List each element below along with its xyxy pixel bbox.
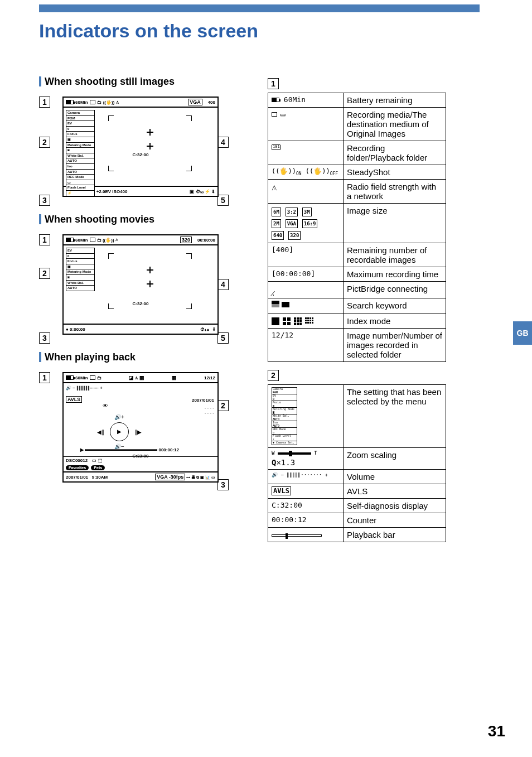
t1r3d: SteadyShot [344,165,446,180]
t1r9d: Search keyword [344,298,446,314]
t1r11i: 12/12 [268,329,344,362]
svg-rect-3 [272,317,279,325]
pb-filename-row: DSC00012 ▭ ⬚ [64,457,217,464]
t2r6d: Playback bar [344,527,446,542]
callout-3: 3 [39,195,50,206]
svg-rect-12 [297,320,299,322]
still-screen: 60Min 🗀 ((🖐)) ⟑ VGA 400 Camera PGM EV 0 … [62,97,219,197]
movie-bottom-bar: ● 0:00:00 ⏱₁₀ ⬇ [64,324,217,334]
t1r0i: 60Min [284,95,306,104]
t1r7d: Maximum recording time [344,267,446,282]
callout-4: 4 [217,137,229,148]
media-icon-p [90,375,95,380]
still-bottom-icons: ▣ ⏱₁₀ ⚡ ⬇ [190,189,215,194]
svg-rect-8 [294,317,296,320]
legend-table-1: 60Min Battery remaining ▭ Recording medi… [268,93,446,362]
playback-diagram: 1 2 3 60Min 🗀 ◪ ⟑ ▦ ▦ 12/12 🔊 − ∥∥∥∥∥∥··… [39,372,229,483]
index-icons [268,314,344,329]
lbl-ev: EV [66,120,95,126]
still-side-panel: Camera PGM EV 0 Focus ▣ Metering Mode ◙ … [66,110,95,196]
pb-right-info: 2007/01/01 - - - - - - - - [192,398,214,415]
svg-rect-9 [297,317,299,320]
callout-2-p: 2 [217,400,229,411]
steady-icon: ((🖐)) [103,100,115,105]
t1r7i: [00:00:00] [268,267,344,282]
callout-2-m: 2 [39,268,50,279]
media-icon-m [90,238,95,242]
subheading-still: When shooting still images [39,76,229,88]
t2r5d: Counter [344,513,446,527]
val-rec: ▭ [66,180,95,185]
left-column: When shooting still images 1 2 3 4 5 60M… [39,76,229,499]
pb-controls: 🔊+ ◀∥ ▶ ∥▶ 🔊− [97,414,142,450]
callout-3-p: 3 [217,479,229,490]
pb-icons-mid: ◪ ⟑ ▦ [129,375,144,380]
movie-center: C:32:00 [133,301,149,306]
pb-date: 2007/01/01 [192,398,214,403]
right-column: 1 60Min Battery remaining ▭ Recording me… [268,78,446,550]
callout-5-m: 5 [217,332,229,344]
svg-rect-7 [287,322,291,325]
pictbridge-icon: ⁁ [268,282,344,298]
tag-favorites: Favorites [66,465,89,470]
movie-bottom-icons: ⏱₁₀ ⬇ [200,327,215,332]
subheading-movie: When shooting movies [39,214,229,225]
t2r1d: Zoom scaling [344,447,446,469]
svg-rect-11 [294,320,296,322]
avls-box: AVLS [66,396,82,403]
t1r2d: Recording folder/Playback folder [344,141,446,165]
lbl-flash: Flash Level [66,185,95,190]
svg-rect-18 [307,317,309,319]
t1r4d: Radio field strength with a network [344,180,446,204]
svg-rect-10 [299,317,302,320]
battery-icon-m [66,238,74,242]
lbl-focus: Focus [66,131,95,137]
mlbl-met: Metering Mode [66,269,95,274]
svg-rect-14 [294,323,296,325]
svg-rect-4 [283,317,286,321]
t2r4i: C:32:00 [268,498,344,513]
svg-rect-27 [309,322,311,324]
tag-pets: Pets [91,465,105,470]
focus-frame [108,115,192,171]
pb-count: 12/12 [204,375,215,380]
subheading-playback: When playing back [39,351,229,363]
batt-time: 60Min [75,100,88,105]
svg-rect-17 [305,317,307,319]
radio-icon: ⟑ [116,99,119,105]
movie-side-panel: EV 0 Focus ▣ Metering Mode ◙ White Bal. … [66,248,95,291]
t1r0d: Battery remaining [344,93,446,108]
svg-rect-6 [283,322,286,325]
folder-icon: 🗀 [97,100,101,105]
pb-btime: 9:30AM [92,475,108,480]
zoom-val: ×1.3 [276,458,295,467]
svg-rect-1 [282,302,289,307]
svg-rect-24 [312,320,313,321]
t1r1d: Recording media/The destination medium o… [344,108,446,141]
t2r4d: Self-diagnosis display [344,498,446,513]
still-top-bar: 60Min 🗀 ((🖐)) ⟑ VGA 400 [64,98,217,108]
volume-icon-cell: 🔊 − ∥∥∥∥∥······· + [268,469,344,484]
svg-rect-23 [309,320,311,321]
svg-rect-16 [299,323,302,325]
mlbl-ev: EV [66,248,95,253]
pb-bdate: 2007/01/01 [66,475,88,480]
val-wb: AUTO [66,158,95,163]
movie-top-bar: 60Min 🗀 ((🖐)) ⟑ 320 00:00:00 [64,235,217,245]
t2r5i: 00:00:12 [268,513,344,527]
t2r2d: Volume [344,469,446,484]
playback-screen: 60Min 🗀 ◪ ⟑ ▦ ▦ 12/12 🔊 − ∥∥∥∥∥∥······· … [62,372,219,483]
still-diagram: 1 2 3 4 5 60Min 🗀 ((🖐)) ⟑ VGA 400 Camera… [39,97,229,197]
folder-icon [272,144,280,150]
media-icon [90,100,95,104]
mode-320: 320 [180,237,192,243]
t1r10d: Index mode [344,314,446,329]
still-center: C:32:00 [133,152,149,157]
t1r6i: [400] [268,243,344,267]
lbl-rec: REC Mode [66,174,95,180]
radio-icon-cell: ⟑ [268,180,344,204]
val-ev: 0 [66,126,95,132]
mval-met: ◙ [66,274,95,280]
avls-icon: AVLS [272,486,291,495]
movie-time: 00:00:00 [197,238,215,243]
